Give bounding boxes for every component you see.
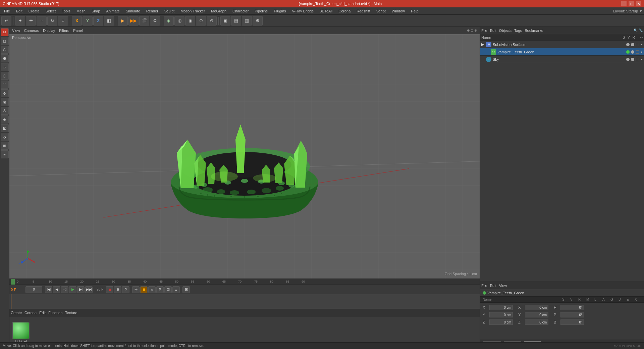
spline-tool[interactable]: ⌒	[1, 81, 9, 89]
vp-menu-view[interactable]: View	[11, 29, 21, 33]
tl-btn-6[interactable]: ≡	[172, 286, 180, 293]
extrude-tool[interactable]: ⊕	[1, 115, 9, 123]
om-enabled-icon[interactable]: ●	[641, 43, 643, 46]
menu-snap[interactable]: Snap	[89, 8, 103, 14]
mat-function[interactable]: Function	[48, 311, 62, 315]
layout-1[interactable]: ▣	[220, 16, 230, 26]
attr-y-size[interactable]	[525, 312, 548, 317]
om-bookmarks[interactable]: Bookmarks	[525, 29, 543, 33]
menu-vray[interactable]: V-Ray Bridge	[289, 8, 317, 14]
om-dot-1[interactable]	[626, 43, 630, 46]
display-mode-3[interactable]: ◉	[185, 16, 195, 26]
layer-tool[interactable]: ≡	[1, 150, 9, 158]
brush-tool[interactable]: ⬡	[1, 46, 9, 54]
render-button[interactable]: ▶▶	[128, 16, 139, 26]
attr-view[interactable]: View	[499, 284, 507, 288]
polygon-tool[interactable]: ◻	[1, 37, 9, 45]
vp-menu-display[interactable]: Display	[42, 29, 56, 33]
attr-x-size[interactable]	[525, 305, 548, 310]
menu-script[interactable]: Script	[374, 8, 388, 14]
om-objects[interactable]: Objects	[499, 29, 512, 33]
display-mode-1[interactable]: ◈	[164, 16, 174, 26]
tl-btn-3[interactable]: ○	[148, 286, 156, 293]
menu-create[interactable]: Create	[26, 8, 42, 14]
attr-h-rot[interactable]	[560, 305, 584, 310]
viewport[interactable]: View Cameras Display Filters Panel ⊕ ⊙ ⊛	[9, 27, 480, 279]
menu-3dtoall[interactable]: 3DToAll	[317, 8, 335, 14]
attr-y-pos[interactable]	[489, 312, 513, 317]
poly-mode-button[interactable]: ◧	[104, 16, 114, 26]
magnet-tool[interactable]: ⬗	[1, 133, 9, 141]
om-check-3[interactable]	[636, 58, 639, 61]
layout-2[interactable]: ▤	[231, 16, 241, 26]
om-enabled-icon-2[interactable]: ●	[641, 50, 643, 54]
prev-frame-button[interactable]: ◀	[53, 286, 60, 293]
render-to-picture-button[interactable]: 🎬	[139, 16, 149, 26]
menu-window[interactable]: Window	[389, 8, 408, 14]
smooth-tool[interactable]: S	[1, 107, 9, 115]
om-row-vampire-teeth[interactable]: ⬡ Vampire_Teeth_Green ●	[480, 48, 644, 56]
minimize-button[interactable]: −	[621, 1, 627, 6]
menu-sculpt[interactable]: Sculpt	[162, 8, 177, 14]
edge-mode-button[interactable]: Z	[93, 16, 103, 26]
undo-button[interactable]: ↩	[1, 16, 11, 26]
menu-corona[interactable]: Corona	[336, 8, 353, 14]
om-check-2[interactable]	[636, 50, 639, 54]
menu-redshift[interactable]: Redshift	[354, 8, 373, 14]
menu-file[interactable]: File	[1, 8, 13, 14]
menu-mograph[interactable]: MoGraph	[208, 8, 229, 14]
vp-menu-filters[interactable]: Filters	[58, 29, 70, 33]
viewport-canvas[interactable]: Perspective	[9, 34, 480, 279]
om-edit[interactable]: Edit	[490, 29, 496, 33]
om-enabled-icon-3[interactable]: ●	[641, 58, 643, 61]
display-mode-2[interactable]: ◎	[174, 16, 184, 26]
mat-texture[interactable]: Texture	[65, 311, 77, 315]
grid-tool[interactable]: ⊞	[1, 142, 9, 150]
menu-character[interactable]: Character	[230, 8, 251, 14]
om-dot-3[interactable]	[626, 50, 630, 54]
tl-options-btn[interactable]: ⊞	[182, 286, 190, 293]
knife-tool[interactable]: ⬕	[1, 124, 9, 132]
close-button[interactable]: ✕	[636, 1, 641, 6]
render-settings-button[interactable]: ⚙	[150, 16, 160, 26]
material-thumbnail-0[interactable]	[12, 322, 30, 339]
om-dot-2[interactable]	[631, 43, 634, 46]
vp-menu-cameras[interactable]: Cameras	[23, 29, 41, 33]
menu-edit[interactable]: Edit	[13, 8, 25, 14]
live-select-button[interactable]: ✦	[15, 16, 25, 26]
om-expand-1[interactable]: ▶	[481, 42, 486, 47]
menu-motion-tracker[interactable]: Motion Tracker	[178, 8, 208, 14]
om-dot-6[interactable]	[631, 58, 634, 61]
rotate-button[interactable]: ↻	[47, 16, 57, 26]
tl-btn-5[interactable]: ⊡	[164, 286, 172, 293]
timeline-track[interactable]	[9, 294, 480, 309]
frame-input[interactable]: 0	[25, 286, 42, 293]
settings-button[interactable]: ⚙	[253, 16, 263, 26]
om-dot-5[interactable]	[626, 58, 630, 61]
model-tool[interactable]: M	[1, 28, 9, 36]
object-mode-button[interactable]: X	[72, 16, 82, 26]
attr-file[interactable]: File	[481, 284, 487, 288]
move-button[interactable]: ✛	[26, 16, 36, 26]
render-view-button[interactable]: ▶	[118, 16, 128, 26]
menu-plugins[interactable]: Plugins	[271, 8, 288, 14]
menu-tools[interactable]: Tools	[59, 8, 73, 14]
transform-button[interactable]: ⊡	[58, 16, 68, 26]
mat-corona[interactable]: Corona	[24, 311, 37, 315]
menu-render[interactable]: Render	[144, 8, 161, 14]
maximize-button[interactable]: □	[629, 1, 634, 6]
paint-tool[interactable]: ⬢	[1, 54, 9, 62]
om-tags[interactable]: Tags	[514, 29, 522, 33]
tl-btn-4[interactable]: P	[156, 286, 164, 293]
attr-p-rot[interactable]	[560, 312, 584, 317]
menu-animate[interactable]: Animate	[104, 8, 122, 14]
attr-z-size[interactable]	[525, 319, 548, 325]
play-button[interactable]: ▶	[69, 286, 76, 293]
loop-tool[interactable]: ⌷	[1, 72, 9, 80]
om-dot-4[interactable]	[631, 50, 634, 54]
record-button[interactable]: ⏺	[106, 286, 113, 293]
om-row-sky[interactable]: ○ Sky ●	[480, 56, 644, 63]
go-to-start-button[interactable]: |◀	[45, 286, 52, 293]
play-reverse-button[interactable]: ◁	[61, 286, 68, 293]
tl-btn-1[interactable]: ✛	[132, 286, 140, 293]
